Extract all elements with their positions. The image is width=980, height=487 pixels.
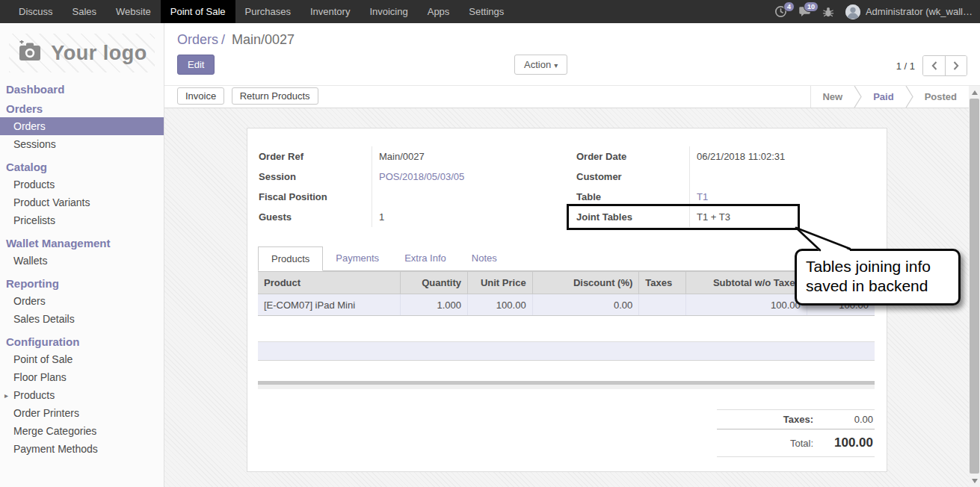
breadcrumb-orders-link[interactable]: Orders <box>177 32 218 47</box>
field-fiscal-position: Fiscal Position <box>259 187 567 207</box>
sidebar-item-sessions[interactable]: Sessions <box>0 135 164 153</box>
nav-item-sales[interactable]: Sales <box>63 0 107 23</box>
breadcrumb-separator: / <box>218 32 228 47</box>
sidebar-item-order-printers[interactable]: Order Printers <box>0 404 164 422</box>
status-step-paid[interactable]: Paid <box>862 91 905 102</box>
activity-clock-icon[interactable]: 4 <box>774 5 787 18</box>
empty-highlight-band <box>258 341 875 361</box>
pager-next-button[interactable] <box>945 56 967 75</box>
sidebar-item-orders[interactable]: Orders <box>0 117 164 135</box>
sidebar-item-pricelists[interactable]: Pricelists <box>0 211 164 229</box>
tab-products[interactable]: Products <box>258 246 323 271</box>
col-taxes: Taxes <box>639 272 686 294</box>
sidebar-item-products-config[interactable]: ▸ Products <box>0 386 164 404</box>
control-panel: Orders/ Main/0027 Edit Action▾ 1 / 1 <box>164 23 980 86</box>
sidebar-section-wallet-management: Wallet Management Wallets <box>0 234 164 270</box>
field-order-date: Order Date 06/21/2018 11:02:31 <box>576 146 884 167</box>
sidebar-item-reporting-orders[interactable]: Orders <box>0 292 164 310</box>
sidebar-item-wallets[interactable]: Wallets <box>0 252 164 270</box>
sidebar-item-merge-categories[interactable]: Merge Categories <box>0 422 164 440</box>
edit-button[interactable]: Edit <box>177 55 215 75</box>
field-order-ref: Order Ref Main/0027 <box>259 146 567 167</box>
top-menu: Discuss Sales Website Point of Sale Purc… <box>9 0 514 23</box>
status-step-posted[interactable]: Posted <box>913 91 968 102</box>
sidebar-heading-orders[interactable]: Orders <box>0 102 164 117</box>
nav-item-point-of-sale[interactable]: Point of Sale <box>161 0 235 23</box>
nav-item-purchases[interactable]: Purchases <box>235 0 301 23</box>
taxes-label: Taxes: <box>783 414 813 425</box>
form-view-content: Order Ref Main/0027 Session POS/2018/05/… <box>164 108 980 487</box>
messages-bubble-icon[interactable]: 10 <box>798 5 811 18</box>
horizontal-scrollbar-thumb[interactable] <box>258 381 875 385</box>
sidebar-item-product-variants[interactable]: Product Variants <box>0 193 164 211</box>
joint-tables-highlight-rectangle <box>567 204 800 230</box>
annotation-callout: Tables joining info saved in backend <box>795 249 961 305</box>
nav-item-inventory[interactable]: Inventory <box>301 0 360 23</box>
nav-item-website[interactable]: Website <box>106 0 161 23</box>
field-value <box>372 187 567 207</box>
camera-plus-icon <box>16 40 43 66</box>
vertical-scrollbar-thumb[interactable] <box>970 99 979 474</box>
user-name: Administrator (wk_wall… <box>866 6 973 17</box>
status-chevron-icon <box>854 86 862 108</box>
return-products-button[interactable]: Return Products <box>232 87 318 105</box>
field-guests: Guests 1 <box>259 207 567 227</box>
sidebar-section-configuration: Configuration Point of Sale Floor Plans … <box>0 332 164 458</box>
tab-notes[interactable]: Notes <box>459 246 510 270</box>
sidebar-item-payment-methods[interactable]: Payment Methods <box>0 440 164 458</box>
sidebar-heading-configuration[interactable]: Configuration <box>0 332 164 350</box>
nav-item-apps[interactable]: Apps <box>418 0 460 23</box>
vertical-scrollbar[interactable] <box>969 86 980 487</box>
total-label: Total: <box>790 438 813 449</box>
tab-extra-info[interactable]: Extra Info <box>392 246 459 270</box>
company-logo-placeholder: Your logo <box>9 34 155 72</box>
sidebar-section-orders: Orders Orders Sessions <box>0 102 164 153</box>
taxes-row: Taxes: 0.00 <box>717 409 875 429</box>
field-label: Order Ref <box>259 151 372 162</box>
sidebar-item-floor-plans[interactable]: Floor Plans <box>0 368 164 386</box>
sidebar-heading-wallet-management[interactable]: Wallet Management <box>0 234 164 252</box>
cell-taxes <box>639 294 686 316</box>
sidebar-item-products[interactable]: Products <box>0 176 164 193</box>
sidebar-item-sales-details[interactable]: Sales Details <box>0 310 164 328</box>
session-link[interactable]: POS/2018/05/03/05 <box>372 167 567 187</box>
status-step-new[interactable]: New <box>811 91 854 102</box>
user-menu[interactable]: Administrator (wk_wall… <box>845 4 973 19</box>
order-line-row[interactable]: [E-COM07] iPad Mini 1.000 100.00 0.00 10… <box>258 294 875 316</box>
action-dropdown-button[interactable]: Action▾ <box>514 55 567 75</box>
form-group-left: Order Ref Main/0027 Session POS/2018/05/… <box>259 146 567 227</box>
field-session: Session POS/2018/05/03/05 <box>259 167 567 187</box>
statusbar-buttons: Invoice Return Products <box>177 87 322 105</box>
total-row: Total: 100.00 <box>717 429 875 457</box>
field-value: 1 <box>372 207 567 227</box>
field-label: Guests <box>259 211 372 223</box>
nav-item-settings[interactable]: Settings <box>459 0 514 23</box>
horizontal-scrollbar[interactable] <box>258 381 875 389</box>
col-unit-price: Unit Price <box>467 272 532 294</box>
debug-bug-icon[interactable] <box>822 6 834 18</box>
sidebar-heading-dashboard[interactable]: Dashboard <box>0 80 164 98</box>
sidebar-item-point-of-sale-config[interactable]: Point of Sale <box>0 350 164 368</box>
scroll-down-button[interactable] <box>969 475 980 486</box>
expand-caret-icon[interactable]: ▸ <box>4 391 13 400</box>
pager-previous-button[interactable] <box>923 56 945 75</box>
scroll-up-button[interactable] <box>969 87 980 98</box>
activity-count-badge: 4 <box>783 1 795 12</box>
table-header-row: Product Quantity Unit Price Discount (%)… <box>258 272 875 294</box>
sidebar-section-reporting: Reporting Orders Sales Details <box>0 274 164 328</box>
nav-item-invoicing[interactable]: Invoicing <box>360 0 417 23</box>
cell-discount: 0.00 <box>532 294 639 316</box>
annotation-text-line1: Tables joining info <box>806 257 958 276</box>
sidebar-item-label: Products <box>13 389 55 401</box>
pager-buttons <box>922 55 967 76</box>
field-label: Fiscal Position <box>259 191 372 202</box>
sidebar-section-catalog: Catalog Products Product Variants Pricel… <box>0 158 164 229</box>
invoice-button[interactable]: Invoice <box>177 87 224 105</box>
field-label: Customer <box>576 171 689 182</box>
sidebar-heading-reporting[interactable]: Reporting <box>0 274 164 292</box>
chevron-right-icon <box>952 61 960 70</box>
cell-subtotal-wo-taxes: 100.00 <box>686 294 807 316</box>
sidebar-heading-catalog[interactable]: Catalog <box>0 158 164 176</box>
tab-payments[interactable]: Payments <box>323 246 392 270</box>
nav-item-discuss[interactable]: Discuss <box>9 0 63 23</box>
